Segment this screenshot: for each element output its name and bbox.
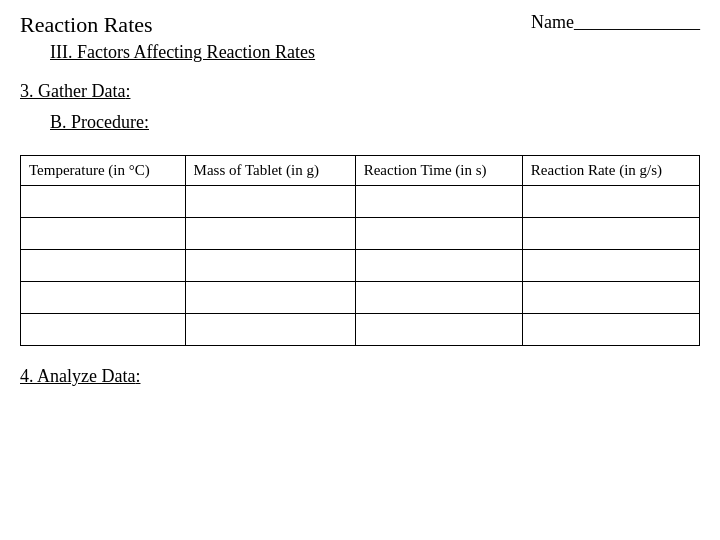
section4-colon: : [135,366,140,386]
cell[interactable] [185,186,355,218]
section3-colon: : [125,81,130,101]
table-row [21,282,700,314]
table-row [21,314,700,346]
page: Reaction Rates Name______________ III. F… [0,0,720,399]
table-header-row: Temperature (in °C) Mass of Tablet (in g… [21,156,700,186]
cell[interactable] [21,282,186,314]
cell[interactable] [522,314,699,346]
cell[interactable] [355,250,522,282]
section3-heading: 3. Gather Data: [20,81,700,102]
page-title: Reaction Rates [20,12,153,38]
procedure-colon: : [144,112,149,132]
cell[interactable] [522,250,699,282]
table-row [21,250,700,282]
table-row [21,186,700,218]
procedure-letter: B. [50,112,71,132]
cell[interactable] [21,314,186,346]
header-row: Reaction Rates Name______________ [20,12,700,38]
procedure-heading: B. Procedure: [50,112,700,133]
table-row [21,218,700,250]
section3-label: Gather Data [38,81,125,101]
section4-number: 4. [20,366,37,386]
cell[interactable] [522,186,699,218]
section4-label: Analyze Data [37,366,135,386]
cell[interactable] [185,250,355,282]
cell[interactable] [21,250,186,282]
cell[interactable] [185,282,355,314]
cell[interactable] [185,314,355,346]
name-field: Name______________ [531,12,700,33]
col-mass: Mass of Tablet (in g) [185,156,355,186]
cell[interactable] [522,218,699,250]
cell[interactable] [355,314,522,346]
cell[interactable] [355,282,522,314]
subtitle: III. Factors Affecting Reaction Rates [50,42,700,63]
section4-heading: 4. Analyze Data: [20,366,700,387]
cell[interactable] [21,186,186,218]
col-reaction-time: Reaction Time (in s) [355,156,522,186]
cell[interactable] [355,186,522,218]
col-temperature: Temperature (in °C) [21,156,186,186]
col-reaction-rate: Reaction Rate (in g/s) [522,156,699,186]
section3-number: 3. [20,81,38,101]
cell[interactable] [522,282,699,314]
cell[interactable] [185,218,355,250]
procedure-label: Procedure [71,112,144,132]
cell[interactable] [355,218,522,250]
cell[interactable] [21,218,186,250]
data-table: Temperature (in °C) Mass of Tablet (in g… [20,155,700,346]
